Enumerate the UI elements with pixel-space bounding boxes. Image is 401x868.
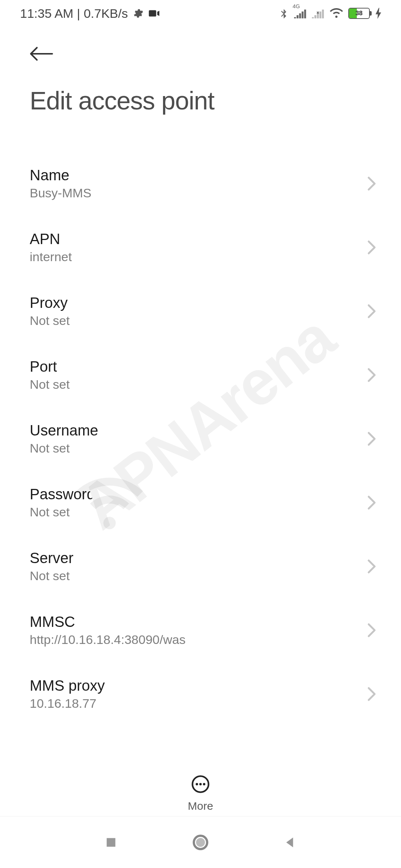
- chevron-right-icon: [367, 176, 379, 191]
- svg-point-3: [203, 783, 206, 786]
- chevron-right-icon: [367, 495, 379, 510]
- setting-label: Port: [30, 358, 70, 375]
- chevron-right-icon: [367, 623, 379, 638]
- charging-bolt-icon: [375, 8, 382, 19]
- setting-value: Not set: [30, 441, 98, 456]
- svg-point-2: [199, 783, 202, 786]
- svg-rect-4: [107, 838, 115, 846]
- setting-label: Password: [30, 486, 95, 503]
- chevron-right-icon: [367, 559, 379, 574]
- chevron-right-icon: [367, 304, 379, 319]
- more-button[interactable]: More: [0, 761, 401, 812]
- setting-value: http://10.16.18.4:38090/was: [30, 632, 186, 647]
- setting-row-mms-proxy[interactable]: MMS proxy 10.16.18.77: [30, 662, 379, 726]
- setting-label: Server: [30, 550, 74, 566]
- setting-value: Not set: [30, 377, 70, 392]
- setting-label: Username: [30, 422, 98, 439]
- setting-label: APN: [30, 231, 72, 247]
- status-bar: 11:35 AM | 0.7KB/s 4G 38: [0, 0, 401, 27]
- nav-home-button[interactable]: [192, 834, 209, 851]
- chevron-right-icon: [367, 368, 379, 382]
- setting-row-apn[interactable]: APN internet: [30, 216, 379, 280]
- nav-back-button[interactable]: [283, 835, 297, 850]
- setting-value: Not set: [30, 569, 74, 583]
- setting-row-mmsc[interactable]: MMSC http://10.16.18.4:38090/was: [30, 599, 379, 662]
- setting-row-port[interactable]: Port Not set: [30, 343, 379, 407]
- signal-no-sim-icon: [312, 8, 325, 19]
- battery-icon: 38: [348, 8, 370, 19]
- svg-point-1: [196, 783, 198, 786]
- setting-label: MMS proxy: [30, 677, 105, 694]
- system-nav-bar: [0, 816, 401, 868]
- setting-value: Busy-MMS: [30, 186, 91, 200]
- settings-list: Name Busy-MMS APN internet Proxy Not set…: [0, 130, 401, 726]
- back-arrow-icon[interactable]: [29, 45, 53, 64]
- more-dots-icon: [191, 775, 210, 795]
- setting-value: internet: [30, 250, 72, 264]
- signal-4g-label: 4G: [293, 3, 300, 9]
- setting-row-name[interactable]: Name Busy-MMS: [30, 152, 379, 216]
- setting-label: MMSC: [30, 614, 186, 630]
- status-left-group: 11:35 AM | 0.7KB/s: [20, 6, 160, 21]
- setting-label: Name: [30, 167, 91, 184]
- bluetooth-icon: [278, 7, 289, 20]
- battery-percent: 38: [349, 10, 369, 17]
- setting-label: Proxy: [30, 295, 70, 311]
- signal-4g-icon: 4G: [294, 8, 307, 19]
- svg-point-6: [196, 838, 205, 847]
- chevron-right-icon: [367, 431, 379, 446]
- setting-value: Not set: [30, 505, 95, 519]
- setting-row-proxy[interactable]: Proxy Not set: [30, 280, 379, 343]
- chevron-right-icon: [367, 240, 379, 255]
- setting-value: 10.16.18.77: [30, 696, 105, 711]
- nav-recents-button[interactable]: [104, 835, 118, 850]
- back-row: [0, 38, 401, 71]
- setting-row-username[interactable]: Username Not set: [30, 407, 379, 471]
- page-title: Edit access point: [0, 71, 401, 130]
- status-time-rate: 11:35 AM | 0.7KB/s: [20, 6, 128, 21]
- chevron-right-icon: [367, 687, 379, 701]
- more-label: More: [188, 800, 213, 812]
- setting-row-server[interactable]: Server Not set: [30, 535, 379, 599]
- video-camera-icon: [148, 7, 160, 20]
- setting-value: Not set: [30, 313, 70, 328]
- status-right-group: 4G 38: [278, 7, 382, 20]
- setting-row-password[interactable]: Password Not set: [30, 471, 379, 535]
- gear-icon: [132, 8, 143, 19]
- wifi-icon: [330, 8, 343, 19]
